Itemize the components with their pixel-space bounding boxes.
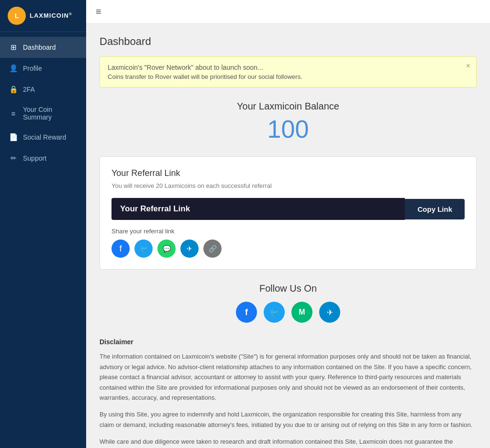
share-other-icon[interactable]: 🔗 — [203, 240, 222, 258]
disclaimer-para-3: While care and due diligence were taken … — [100, 437, 477, 448]
topbar: ≡ — [86, 0, 490, 24]
alert-text-2: Coins transfer to Rover wallet will be p… — [108, 73, 458, 80]
logo-text: LAXMICOIN® — [30, 12, 72, 19]
sidebar-item-label: Dashboard — [23, 44, 56, 51]
profile-icon: 👤 — [9, 64, 18, 73]
share-label: Share your referral link — [111, 228, 465, 235]
disclaimer-para-1: The information contained on Laxmicoin's… — [100, 351, 477, 403]
disclaimer-title: Disclaimer — [100, 338, 477, 346]
sidebar-item-label: Profile — [23, 65, 42, 72]
referral-link-input[interactable] — [111, 198, 405, 220]
share-facebook-icon[interactable]: f — [111, 240, 130, 258]
balance-value: 100 — [100, 116, 477, 143]
referral-card: Your Referral Link You will receive 20 L… — [100, 156, 477, 270]
sidebar-item-2fa[interactable]: 🔒 2FA — [0, 79, 86, 100]
follow-section: Follow Us On f 🐦 M ✈ — [100, 283, 477, 323]
support-icon: ✏ — [9, 153, 18, 163]
share-telegram-icon[interactable]: ✈ — [180, 240, 199, 258]
disclaimer-para-2: By using this Site, you agree to indemni… — [100, 409, 477, 430]
share-twitter-icon[interactable]: 🐦 — [134, 240, 153, 258]
content-area: Dashboard Laxmicoin's "Rover Network" ab… — [86, 24, 490, 448]
balance-label: Your Laxmicoin Balance — [100, 101, 477, 112]
sidebar-item-social-reward[interactable]: 📄 Social Reward — [0, 127, 86, 148]
sidebar-item-label: 2FA — [23, 86, 35, 93]
sidebar-nav: ⊞ Dashboard 👤 Profile 🔒 2FA ≡ Your Coin … — [0, 37, 86, 169]
hamburger-icon[interactable]: ≡ — [96, 6, 101, 17]
list-icon: ≡ — [9, 109, 18, 118]
alert-banner: Laxmicoin's "Rover Network" about to lau… — [100, 56, 477, 87]
copy-link-button[interactable]: Copy Link — [405, 199, 465, 219]
follow-title: Follow Us On — [100, 283, 477, 294]
referral-input-row: Copy Link — [111, 198, 465, 220]
sidebar-item-coin-summary[interactable]: ≡ Your Coin Summary — [0, 100, 86, 127]
sidebar-item-label: Social Reward — [23, 133, 66, 141]
sidebar-logo: L LAXMICOIN® — [0, 0, 86, 32]
sidebar-item-support[interactable]: ✏ Support — [0, 148, 86, 169]
dashboard-icon: ⊞ — [9, 43, 18, 52]
share-whatsapp-icon[interactable]: 💬 — [157, 240, 176, 258]
follow-icons-row: f 🐦 M ✈ — [100, 302, 477, 323]
share-icons-row: f 🐦 💬 ✈ 🔗 — [111, 240, 465, 258]
follow-facebook-icon[interactable]: f — [236, 302, 257, 323]
sidebar-item-label: Your Coin Summary — [23, 106, 78, 121]
follow-twitter-icon[interactable]: 🐦 — [264, 302, 285, 323]
document-icon: 📄 — [9, 132, 18, 142]
main-content: ≡ Dashboard Laxmicoin's "Rover Network" … — [86, 0, 490, 448]
sidebar-item-dashboard[interactable]: ⊞ Dashboard — [0, 37, 86, 58]
alert-close-button[interactable]: × — [466, 62, 470, 70]
sidebar: L LAXMICOIN® ⊞ Dashboard 👤 Profile 🔒 2FA… — [0, 0, 86, 448]
page-title: Dashboard — [100, 35, 477, 48]
logo-circle: L — [8, 7, 26, 25]
alert-text-1: Laxmicoin's "Rover Network" about to lau… — [108, 64, 458, 71]
follow-telegram-icon[interactable]: ✈ — [319, 302, 340, 323]
disclaimer-section: Disclaimer The information contained on … — [100, 338, 477, 448]
lock-icon: 🔒 — [9, 85, 18, 94]
follow-medium-icon[interactable]: M — [291, 302, 312, 323]
sidebar-item-label: Support — [23, 154, 46, 162]
sidebar-item-profile[interactable]: 👤 Profile — [0, 58, 86, 79]
referral-description: You will receive 20 Laxmicoins on each s… — [111, 182, 465, 189]
referral-title: Your Referral Link — [111, 168, 465, 178]
balance-section: Your Laxmicoin Balance 100 — [100, 101, 477, 143]
